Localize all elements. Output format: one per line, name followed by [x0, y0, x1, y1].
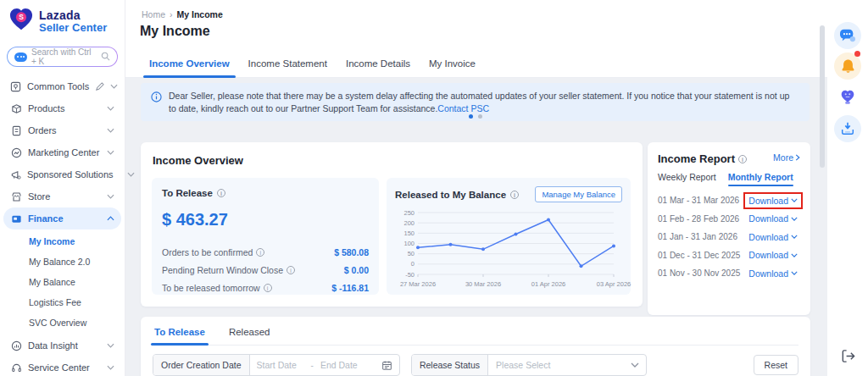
info-icon[interactable]: i: [256, 248, 264, 257]
row-label: Orders to be confirmed: [162, 247, 253, 257]
svg-text:50: 50: [408, 250, 415, 257]
sidebar-item-label: Products: [28, 103, 101, 113]
chevron-down-icon: [791, 217, 798, 221]
sidebar-item-label: Data Insight: [28, 340, 101, 351]
end-date-input[interactable]: [314, 355, 375, 375]
released-title: Released to My Balance: [395, 190, 506, 200]
sidebar-item-label: Sponsored Solutions: [27, 169, 114, 180]
download-button[interactable]: Download: [746, 231, 800, 243]
sidebar-item-service-center[interactable]: Service Center: [3, 357, 121, 376]
chevron-down-icon: [791, 198, 798, 202]
calendar-icon[interactable]: [375, 355, 399, 375]
sidebar-item-store[interactable]: Store: [3, 185, 121, 207]
sidebar-item-sponsored-solutions[interactable]: Sponsored Solutions: [3, 163, 121, 185]
sidebar-item-orders[interactable]: Orders: [3, 119, 121, 141]
svg-text:-50: -50: [405, 271, 415, 279]
income-report-title: Income Report: [658, 152, 735, 165]
tab-my-invoice[interactable]: My Invoice: [420, 51, 485, 77]
tab-released[interactable]: Released: [227, 325, 272, 345]
report-period: 01 Feb - 28 Feb 2026: [658, 214, 746, 224]
brand-name: Lazada Seller Center: [39, 9, 107, 33]
chevron-down-icon: [107, 343, 114, 348]
tab-income-overview[interactable]: Income Overview: [140, 51, 239, 77]
sidebar-item-label: Store: [28, 191, 101, 202]
sidebar-item-label: Finance: [28, 213, 101, 224]
tab-income-statement[interactable]: Income Statement: [239, 51, 337, 77]
release-status-select[interactable]: Please Select: [488, 355, 624, 375]
start-date-input[interactable]: [250, 355, 311, 375]
order-creation-date-label: Order Creation Date: [153, 355, 250, 375]
banner-carousel-dots: [141, 114, 810, 119]
tab-monthly-report[interactable]: Monthly Report: [728, 172, 793, 186]
to-release-row: To be released tomorrowi $ -116.81: [162, 279, 369, 296]
breadcrumb-home[interactable]: Home: [142, 9, 165, 19]
sidebar-item-my-balance[interactable]: My Balance: [3, 272, 121, 292]
brand-logo[interactable]: S Lazada Seller Center: [0, 0, 125, 40]
release-status-label: Release Status: [412, 355, 488, 375]
sidebar-item-finance[interactable]: Finance: [3, 207, 121, 229]
breadcrumb-current: My Income: [177, 9, 223, 19]
download-center-icon[interactable]: [834, 115, 861, 142]
notification-dot: [854, 51, 860, 57]
breadcrumb: Home › My Income: [142, 9, 223, 19]
sidebar-item-data-insight[interactable]: Data Insight: [3, 335, 121, 357]
logout-icon[interactable]: [834, 342, 861, 369]
download-button[interactable]: Download: [746, 195, 800, 207]
download-button[interactable]: Download: [746, 249, 800, 261]
chevron-down-icon: [791, 235, 798, 239]
info-icon[interactable]: i: [264, 284, 272, 292]
to-release-row: Orders to be confirmedi $ 580.08: [162, 243, 369, 261]
manage-my-balance-button[interactable]: Manage My Balance: [535, 186, 622, 202]
chevron-down-icon: [791, 271, 798, 275]
row-value: $ 0.00: [344, 265, 369, 275]
income-overview-card: Income Overview To Release i $ 463.27 Or…: [141, 142, 643, 307]
sidebar-item-svc-overview[interactable]: SVC Overview: [3, 312, 121, 333]
sidebar-item-my-balance-2[interactable]: My Balance 2.0: [3, 252, 121, 272]
chart-circle-icon: [10, 340, 22, 351]
download-button[interactable]: Download: [746, 213, 800, 224]
storefront-icon: [10, 191, 22, 202]
notification-bell-icon[interactable]: [834, 53, 861, 80]
carousel-dot-1[interactable]: [469, 114, 473, 119]
report-row: 01 Mar - 31 Mar 2026 Download: [658, 191, 800, 210]
tab-weekly-report[interactable]: Weekly Report: [658, 172, 716, 186]
page-header: Home › My Income My Income Income Overvi…: [125, 0, 827, 78]
system-notice-banner: Dear Seller, please note that there may …: [141, 83, 810, 121]
edit-icon[interactable]: [95, 82, 104, 91]
ai-assistant-icon: [14, 53, 27, 62]
tab-to-release[interactable]: To Release: [153, 325, 207, 345]
svg-text:03 Apr 2026: 03 Apr 2026: [597, 280, 631, 288]
to-release-amount: $ 463.27: [162, 210, 369, 229]
sidebar-item-common-tools[interactable]: Common Tools: [3, 75, 121, 97]
search-icon: [101, 49, 110, 64]
contact-psc-link[interactable]: Contact PSC: [437, 103, 489, 113]
more-link[interactable]: More: [773, 152, 800, 163]
filter-bar: Order Creation Date - Release Status Ple…: [153, 354, 798, 376]
report-period: 01 Dec - 31 Dec 2025: [658, 251, 746, 260]
assistant-mascot-icon[interactable]: [834, 83, 861, 110]
sidebar-item-logistics-fee[interactable]: Logistics Fee: [3, 292, 121, 312]
sidebar-item-products[interactable]: Products: [3, 97, 121, 119]
release-tabs: To Release Released: [153, 317, 798, 346]
chevron-down-icon[interactable]: [624, 355, 646, 375]
income-tabs: Income Overview Income Statement Income …: [125, 51, 827, 78]
info-icon[interactable]: i: [287, 266, 295, 274]
info-icon[interactable]: i: [510, 191, 519, 199]
lazada-seller-center-window: S Lazada Seller Center Search with Ctrl …: [0, 0, 868, 376]
report-period: 01 Nov - 30 Nov 2025: [658, 268, 746, 278]
reset-button[interactable]: Reset: [754, 355, 798, 375]
scrollbar[interactable]: [820, 25, 825, 168]
chevron-down-icon: [791, 253, 798, 257]
sidebar-item-label: Common Tools: [27, 81, 89, 91]
search-placeholder: Search with Ctrl + K: [31, 47, 97, 66]
chat-icon[interactable]: [834, 22, 861, 49]
sidebar-item-marketing-center[interactable]: Marketing Center: [3, 141, 121, 163]
svg-text:250: 250: [403, 209, 415, 217]
info-icon[interactable]: i: [217, 189, 225, 197]
sidebar-item-my-income[interactable]: My Income: [3, 231, 121, 252]
info-icon[interactable]: i: [738, 155, 747, 163]
global-search-input[interactable]: Search with Ctrl + K: [7, 47, 118, 67]
download-button[interactable]: Download: [746, 268, 800, 279]
tab-income-details[interactable]: Income Details: [337, 51, 420, 77]
carousel-dot-2[interactable]: [478, 114, 482, 119]
